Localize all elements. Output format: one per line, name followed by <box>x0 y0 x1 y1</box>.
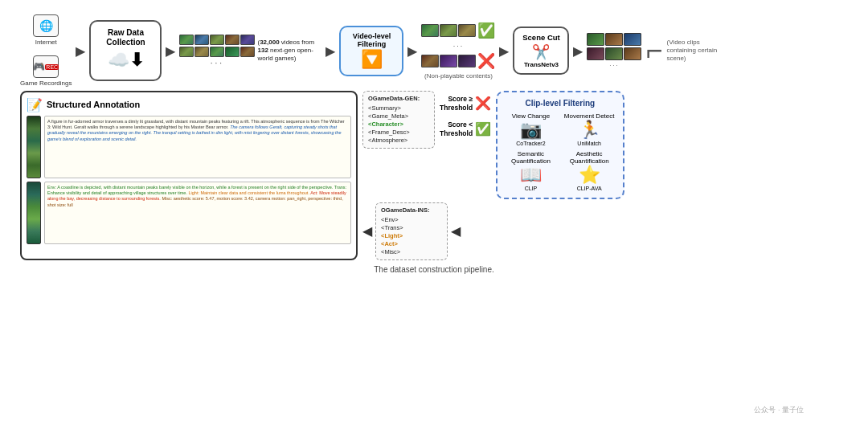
annotation-header: 📝 Structured Annotation <box>27 97 351 112</box>
arrow-left-long: ◀ <box>362 223 372 239</box>
fail-row: ❌ <box>421 52 495 70</box>
game-icon: 🎮REC <box>33 55 59 78</box>
footer-text: The dataset construction pipeline. <box>374 265 494 274</box>
tag-character: <Character> <box>368 121 429 128</box>
main-container: 🌐 Internet 🎮REC Game Recordings ▶ Raw Da… <box>0 0 868 433</box>
bracket-right: ⌐ <box>645 36 662 65</box>
ogame-area: OGameData-GEN: <Summary> <Game_Meta> <Ch… <box>362 91 848 260</box>
tag-game-meta: <Game_Meta> <box>368 112 429 120</box>
clip-level-title: Clip-level Filtering <box>506 99 614 108</box>
tag-trans: <Trans> <box>381 224 442 231</box>
clip-ava-label: CLIP-AVA <box>577 186 602 191</box>
book-icon: 📖 <box>520 166 542 184</box>
internet-icon: 🌐 <box>33 14 59 37</box>
pass-row: ✅ <box>421 22 495 39</box>
light-text: Light: Maintain clear data and consisten… <box>188 190 310 195</box>
non-playable-label: (Non-playable contents) <box>421 72 495 80</box>
scene-thumbs-group: ··· <box>587 33 641 69</box>
ogame-gen-panel: OGameData-GEN: <Summary> <Game_Meta> <Ch… <box>362 91 435 149</box>
scissors-icon: ✂️ <box>521 43 561 61</box>
raw-data-title: Raw DataCollection <box>99 28 152 47</box>
semantic-label: SemanticQuantification <box>511 150 551 165</box>
score-gte-label: Score ≥Threshold <box>440 95 473 112</box>
watermark-text: 公众号 · 量子位 <box>754 406 804 414</box>
runner-icon: 🏃 <box>579 121 600 139</box>
transnetv3-label: TransNetv3 <box>521 61 561 68</box>
ogame-gen-header: OGameData-GEN: <box>368 95 429 102</box>
raw-data-collection-box: Raw DataCollection ☁️⬇ <box>89 20 162 81</box>
lower-text-box: Env: A coastline is depicted, with dista… <box>44 182 351 244</box>
game-recordings-source: 🎮REC Game Recordings <box>20 55 72 88</box>
arrow-6: ▶ <box>573 43 583 59</box>
filter-icon: 🔽 <box>349 49 394 70</box>
pencil-icon: 📝 <box>27 97 43 112</box>
upper-film-row: A figure in fur-adorned armor traverses … <box>27 116 351 178</box>
dots-3: ··· <box>587 62 641 69</box>
source-group: 🌐 Internet 🎮REC Game Recordings <box>20 14 72 88</box>
arrow-left-2: ◀ <box>451 223 461 239</box>
score-threshold-area: Score ≥Threshold ❌ Score <Threshold ✅ <box>440 91 491 138</box>
dots-2: ··· <box>421 42 495 50</box>
internet-label: Internet <box>35 39 57 46</box>
tag-misc: <Misc> <box>381 248 442 255</box>
video-filter-title: Video-levelFiltering <box>349 32 394 50</box>
bottom-area: 📝 Structured Annotation A figure in fur-… <box>8 88 860 260</box>
upper-text-box: A figure in fur-adorned armor traverses … <box>44 116 351 178</box>
arrow-3: ▶ <box>326 43 335 59</box>
top-pipeline: 🌐 Internet 🎮REC Game Recordings ▶ Raw Da… <box>8 8 860 88</box>
aesthetic-quant-cell: AestheticQuantification ⭐ CLIP-AVA <box>564 150 615 191</box>
ogame-panels-row: OGameData-GEN: <Summary> <Game_Meta> <Ch… <box>362 91 848 199</box>
score-lt-label: Score <Threshold <box>440 121 473 138</box>
dots-1: ··· <box>179 59 255 67</box>
tag-summary: <Summary> <box>368 104 429 112</box>
clip-level-filtering-box: Clip-level Filtering View Change 📷 CoTra… <box>496 91 624 199</box>
unimatch-label: UniMatch <box>577 141 601 146</box>
game-label: Game Recordings <box>20 80 72 88</box>
score-lt-row: Score <Threshold ✅ <box>440 121 491 138</box>
arrow-2: ▶ <box>166 43 175 59</box>
arrow-1: ▶ <box>76 43 85 59</box>
annotation-title: Structured Annotation <box>47 100 140 109</box>
tall-film-lower <box>27 182 41 244</box>
clip-items-grid: View Change 📷 CoTracker2 Movement Detect… <box>506 112 614 191</box>
ogame-ins-row: ◀ OGameData-INS: <Env> <Trans> <Light> <… <box>362 202 848 260</box>
tag-env: <Env> <box>381 216 442 223</box>
tag-light: <Light> <box>381 232 442 239</box>
watermark: 公众号 · 量子位 <box>754 405 804 415</box>
clip-label: CLIP <box>525 186 538 191</box>
cross-icon: ❌ <box>477 52 495 70</box>
raw-data-sublabel: (32,000 videos from 132 next-gen open-wo… <box>257 39 321 63</box>
score-gte-row: Score ≥Threshold ❌ <box>440 95 491 112</box>
score-gte-icon: ❌ <box>475 96 491 111</box>
internet-source: 🌐 Internet <box>33 14 59 46</box>
filtered-results: ✅ ··· ❌ (Non-playable contents) <box>421 22 495 80</box>
score-lt-icon: ✅ <box>475 121 491 137</box>
semantic-quant-cell: SemanticQuantification 📖 CLIP <box>506 150 556 191</box>
camera-icon: 📷 <box>520 121 542 139</box>
tall-film-upper <box>27 116 41 178</box>
check-icon: ✅ <box>477 22 495 39</box>
tag-atmosphere: <Atmosphere> <box>368 137 429 144</box>
video-filter-box: Video-levelFiltering 🔽 <box>339 26 403 77</box>
movement-detect-label: Movement Detect <box>564 112 615 120</box>
aesthetic-label: AestheticQuantification <box>570 150 609 165</box>
star-icon: ⭐ <box>579 166 600 184</box>
footer: The dataset construction pipeline. <box>8 265 860 277</box>
view-change-label: View Change <box>512 112 550 120</box>
ogame-ins-panel: OGameData-INS: <Env> <Trans> <Light> <Ac… <box>375 202 448 260</box>
scene-cut-title: Scene Cut <box>521 33 561 42</box>
lower-film-row: Env: A coastline is depicted, with dista… <box>27 182 351 244</box>
cloud-icon: ☁️⬇ <box>99 50 152 71</box>
scene-cut-box: Scene Cut ✂️ TransNetv3 <box>513 27 569 75</box>
movement-detect-cell: Movement Detect 🏃 UniMatch <box>564 112 615 146</box>
arrow-4: ▶ <box>407 43 417 59</box>
filmstrip-1: ··· <box>179 35 255 67</box>
tag-act: <Act> <box>381 240 442 247</box>
scene-cut-caption: (Video clips containing certain scene) <box>667 39 723 63</box>
ogame-ins-header: OGameData-INS: <box>381 206 442 214</box>
structured-annotation-panel: 📝 Structured Annotation A figure in fur-… <box>20 91 358 260</box>
tag-frame-desc: <Frame_Desc> <box>368 129 429 136</box>
arrow-5: ▶ <box>499 43 509 59</box>
cotracker2-label: CoTracker2 <box>516 141 545 146</box>
view-change-cell: View Change 📷 CoTracker2 <box>506 112 556 146</box>
